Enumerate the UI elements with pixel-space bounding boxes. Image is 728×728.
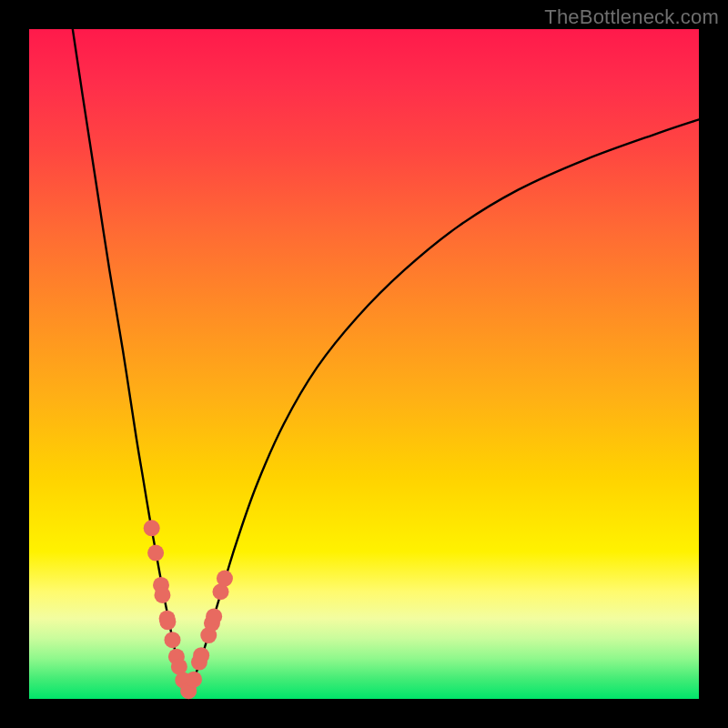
data-marker	[159, 613, 176, 630]
data-marker	[165, 632, 181, 648]
data-marker	[193, 647, 209, 663]
chart-overlay	[29, 29, 699, 699]
data-marker	[147, 545, 164, 561]
data-marker	[154, 587, 170, 603]
plot-area	[29, 29, 699, 699]
data-marker	[217, 571, 233, 587]
curve-left-branch	[73, 29, 188, 691]
marker-group	[144, 520, 233, 699]
data-marker	[186, 672, 202, 688]
data-marker	[206, 608, 222, 624]
data-marker	[144, 520, 160, 536]
watermark-text: TheBottleneck.com	[544, 5, 719, 29]
curve-right-branch	[188, 119, 699, 691]
chart-frame: TheBottleneck.com	[0, 0, 728, 728]
